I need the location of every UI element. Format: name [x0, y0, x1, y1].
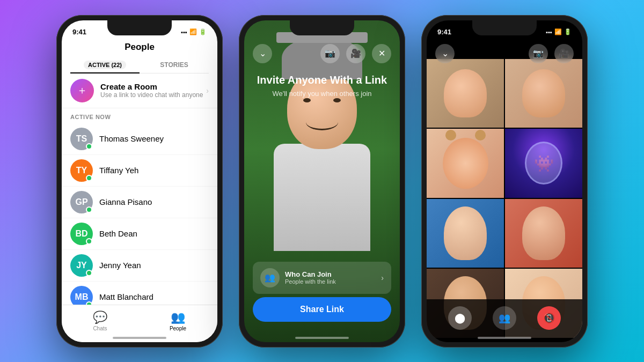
- avatar-wrap: TS: [70, 128, 93, 150]
- participant-cell-3: [427, 129, 504, 198]
- contact-name: Tiffany Yeh: [99, 166, 138, 175]
- home-indicator-2: [295, 337, 349, 339]
- wcj-text: Who Can Join People with the link: [285, 270, 381, 285]
- create-room-text: Create a Room Use a link to video chat w…: [100, 82, 206, 99]
- chats-label: Chats: [93, 326, 107, 331]
- online-indicator: [86, 206, 92, 213]
- create-room-subtitle: Use a link to video chat with anyone: [100, 91, 206, 99]
- video-camera-button[interactable]: 🎥: [346, 44, 365, 63]
- add-people-button[interactable]: 👥: [493, 306, 516, 330]
- participant-cell-5: [427, 199, 504, 268]
- notch-3: [472, 20, 537, 35]
- battery-icon: 🔋: [564, 28, 572, 35]
- online-indicator: [86, 143, 92, 150]
- contact-name: Thomas Sweeney: [99, 134, 164, 143]
- participant-cell-1: [427, 59, 504, 128]
- phone-3: 9:41 ▪▪▪ 📶 🔋 ⌄ 📷 🎥: [421, 15, 588, 348]
- invite-subtitle: We'll notify you when others join: [244, 90, 400, 98]
- contact-row[interactable]: JY Jenny Yean: [62, 250, 217, 282]
- contact-row[interactable]: TY Tiffany Yeh: [62, 155, 217, 187]
- tab-active[interactable]: ACTIVE (22): [70, 57, 140, 73]
- battery-icon: 🔋: [199, 28, 207, 35]
- people-icon: 👥: [171, 311, 185, 324]
- right-controls-3: 📷 🎥: [529, 44, 574, 63]
- group-call-grid: 👾: [427, 59, 582, 338]
- participant-cell-4: 👾: [505, 129, 582, 198]
- page-title: People: [62, 40, 217, 57]
- notch-2: [290, 20, 354, 35]
- chats-icon: 💬: [93, 311, 107, 324]
- video-top-controls: ⌄ 📷 🎥 ✕: [244, 44, 400, 63]
- phone-2: 9:41 ▪▪▪ 📶 🔋: [239, 15, 405, 348]
- chevron-icon: ›: [206, 86, 209, 95]
- wifi-icon: 📶: [554, 28, 562, 35]
- invite-overlay: Invite Anyone With a Link We'll notify y…: [244, 74, 400, 98]
- avatar-wrap: BD: [70, 223, 93, 245]
- signal-icon: ▪▪▪: [181, 29, 187, 35]
- people-tabs: ACTIVE (22) STORIES: [70, 57, 209, 73]
- share-link-button[interactable]: Share Link: [253, 297, 391, 322]
- phone3-top-controls: ⌄ 📷 🎥: [427, 44, 582, 63]
- people-label: People: [170, 326, 186, 331]
- nav-people[interactable]: 👥 People: [170, 311, 186, 331]
- status-time-1: 9:41: [72, 28, 86, 36]
- create-room-icon: ＋: [70, 79, 94, 102]
- call-bottom-bar: ⬤ 👥 📵: [427, 299, 582, 342]
- contact-row[interactable]: BD Beth Dean: [62, 218, 217, 250]
- video-camera-button-3[interactable]: 🎥: [554, 44, 574, 63]
- who-can-join-row[interactable]: 👥 Who Can Join People with the link ›: [253, 262, 391, 294]
- contact-row[interactable]: GP Gianna Pisano: [62, 187, 217, 218]
- wcj-subtitle: People with the link: [285, 278, 381, 285]
- status-icons-1: ▪▪▪ 📶 🔋: [181, 28, 207, 35]
- online-indicator: [86, 175, 92, 181]
- participant-cell-6: [505, 199, 582, 268]
- camera-flip-button-3[interactable]: 📷: [529, 44, 548, 63]
- invite-title: Invite Anyone With a Link: [244, 74, 400, 86]
- create-room-row[interactable]: ＋ Create a Room Use a link to video chat…: [62, 73, 217, 108]
- online-indicator: [86, 238, 92, 245]
- nav-chats[interactable]: 💬 Chats: [93, 311, 107, 331]
- home-indicator-3: [478, 337, 531, 339]
- avatar-wrap: JY: [70, 254, 93, 277]
- video-background: [244, 20, 400, 342]
- close-button[interactable]: ✕: [372, 44, 391, 63]
- stories-label: STORIES: [160, 61, 188, 69]
- wifi-icon: 📶: [189, 28, 197, 35]
- signal-icon: ▪▪▪: [546, 29, 552, 35]
- notch-1: [107, 20, 172, 35]
- phone-1: 9:41 ▪▪▪ 📶 🔋 People ACTIVE (22) STORIES …: [56, 15, 223, 348]
- minimize-button[interactable]: ⌄: [253, 44, 272, 63]
- avatar-wrap: GP: [70, 191, 93, 213]
- home-indicator-1: [113, 337, 166, 339]
- right-controls: 📷 🎥 ✕: [320, 44, 391, 63]
- wcj-title: Who Can Join: [285, 270, 381, 278]
- end-call-button[interactable]: 📵: [537, 306, 561, 330]
- create-room-title: Create a Room: [100, 82, 206, 91]
- status-time-3: 9:41: [437, 28, 451, 36]
- camera-flip-button[interactable]: 📷: [320, 44, 340, 63]
- status-icons-3: ▪▪▪ 📶 🔋: [546, 28, 572, 35]
- online-indicator: [86, 270, 92, 276]
- minimize-button-3[interactable]: ⌄: [435, 44, 455, 63]
- contact-name: Matt Blanchard: [99, 292, 153, 301]
- active-badge: ACTIVE (22): [84, 61, 126, 69]
- avatar-wrap: TY: [70, 159, 93, 182]
- contact-name: Jenny Yean: [99, 261, 141, 270]
- shutter-button[interactable]: ⬤: [448, 306, 472, 330]
- wcj-chevron-icon: ›: [381, 274, 384, 282]
- participant-cell-2: [505, 59, 582, 128]
- group-icon: 👥: [260, 268, 280, 287]
- contact-row[interactable]: TS Thomas Sweeney: [62, 123, 217, 155]
- tab-stories[interactable]: STORIES: [140, 57, 209, 73]
- active-now-label: ACTIVE NOW: [62, 108, 217, 123]
- contact-name: Gianna Pisano: [99, 197, 152, 206]
- contact-name: Beth Dean: [99, 229, 137, 238]
